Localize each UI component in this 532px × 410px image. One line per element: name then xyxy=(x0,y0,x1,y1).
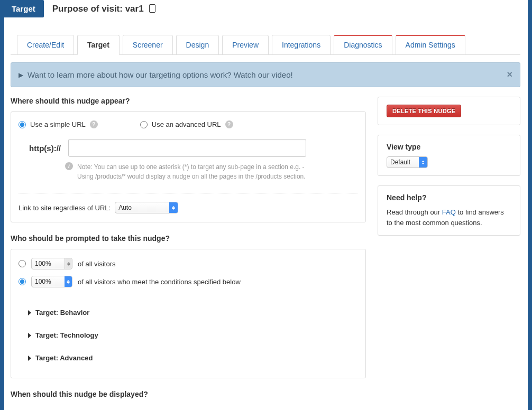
delete-nudge-button[interactable]: DELETE THIS NUDGE xyxy=(387,105,461,117)
radio-simple-url[interactable]: Use a simple URL ? xyxy=(19,120,98,128)
info-icon: i xyxy=(65,162,73,170)
chevron-updown-icon xyxy=(65,258,72,269)
tabs-nav: Create/Edit Target Screener Design Previ… xyxy=(11,35,520,55)
view-type-title: View type xyxy=(387,143,511,151)
radio-all-visitors[interactable] xyxy=(19,260,26,267)
accordion-technology-label: Target: Technology xyxy=(35,331,98,339)
help-text: Read through our FAQ to find answers to … xyxy=(387,207,511,228)
radio-simple-url-label: Use a simple URL xyxy=(30,120,86,128)
help-text-before: Read through our xyxy=(387,208,442,216)
tab-design[interactable]: Design xyxy=(176,35,219,55)
radio-advanced-url-input[interactable] xyxy=(140,121,148,128)
view-type-value: Default xyxy=(390,159,410,166)
panel-help: Need help? Read through our FAQ to find … xyxy=(378,185,520,236)
caret-right-icon xyxy=(28,356,31,361)
link-site-label: Link to site regardless of URL: xyxy=(19,204,111,212)
pct-all-select[interactable]: 100% xyxy=(31,258,72,269)
section-who-title: Who should be prompted to take this nudg… xyxy=(11,234,366,243)
radio-simple-url-input[interactable] xyxy=(19,121,26,128)
opt-all-suffix: of all visitors xyxy=(78,260,116,268)
section-where-title: Where should this nudge appear? xyxy=(11,97,366,105)
chevron-updown-icon xyxy=(169,202,178,213)
accordion-behavior-label: Target: Behavior xyxy=(35,309,89,316)
tab-screener[interactable]: Screener xyxy=(123,35,173,55)
view-type-select[interactable]: Default xyxy=(387,156,428,168)
tab-diagnostics[interactable]: Diagnostics xyxy=(334,35,392,55)
help-icon[interactable]: ? xyxy=(90,120,98,128)
alert-text: Want to learn more about how our targeti… xyxy=(27,70,293,79)
chevron-updown-icon xyxy=(65,276,72,287)
accordion-technology[interactable]: Target: Technology xyxy=(19,324,358,347)
chevron-updown-icon xyxy=(419,157,427,167)
accordion-advanced[interactable]: Target: Advanced xyxy=(19,347,358,369)
panel-view-type: View type Default xyxy=(378,135,520,176)
radio-conditional-visitors[interactable] xyxy=(19,278,26,285)
panel-where: Use a simple URL ? Use an advanced URL ?… xyxy=(11,111,366,222)
info-alert: ▶ Want to learn more about how our targe… xyxy=(11,62,520,87)
accordion-advanced-label: Target: Advanced xyxy=(35,354,93,362)
tab-create-edit[interactable]: Create/Edit xyxy=(17,35,74,55)
url-prefix-label: http(s):// xyxy=(29,144,61,153)
help-icon[interactable]: ? xyxy=(225,120,233,128)
help-title: Need help? xyxy=(387,193,511,202)
close-icon[interactable]: × xyxy=(507,69,512,80)
tab-preview[interactable]: Preview xyxy=(222,35,269,55)
link-site-select[interactable]: Auto xyxy=(115,202,178,213)
play-icon: ▶ xyxy=(19,71,23,79)
page-title: Purpose of visit: var1 xyxy=(52,4,144,14)
caret-right-icon xyxy=(28,333,31,338)
pct-cond-value: 100% xyxy=(35,278,51,285)
target-badge: Target xyxy=(3,0,44,17)
panel-who: 100% of all visitors 100% of all visitor… xyxy=(11,249,366,378)
pct-cond-select[interactable]: 100% xyxy=(31,276,72,287)
link-site-value: Auto xyxy=(118,204,132,211)
tab-target[interactable]: Target xyxy=(77,35,120,55)
faq-link[interactable]: FAQ xyxy=(442,208,456,216)
radio-advanced-url[interactable]: Use an advanced URL ? xyxy=(140,120,233,128)
url-note-text: Note: You can use up to one asterisk (*)… xyxy=(77,162,308,181)
url-input[interactable] xyxy=(68,139,306,157)
panel-delete: DELETE THIS NUDGE xyxy=(378,97,520,125)
radio-advanced-url-label: Use an advanced URL xyxy=(152,120,221,128)
accordion-behavior[interactable]: Target: Behavior xyxy=(19,301,358,324)
pct-all-value: 100% xyxy=(35,260,51,267)
tab-integrations[interactable]: Integrations xyxy=(272,35,331,55)
opt-cond-suffix: of all visitors who meet the conditions … xyxy=(78,278,241,286)
section-when-title: When should this nudge be displayed? xyxy=(11,390,366,398)
tab-admin-settings[interactable]: Admin Settings xyxy=(396,35,465,55)
caret-right-icon xyxy=(28,310,31,315)
device-icon xyxy=(149,4,155,13)
